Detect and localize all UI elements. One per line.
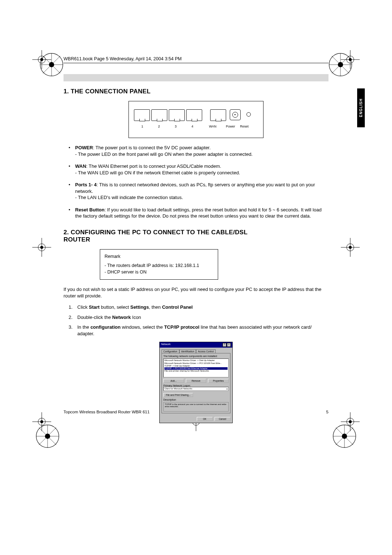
list-item: Ports 1- 4: This is to connect networked… (69, 182, 328, 201)
power-label: Power (223, 125, 238, 128)
lan-port-4-icon (186, 109, 202, 121)
crop-rosette-icon (34, 423, 61, 449)
list-item-selected[interactable]: TCP/IP -> PCI 10/100 Fast Ethernet Adapt… (164, 367, 228, 370)
list-item[interactable]: Microsoft Network Monitor Driver -> PCI … (164, 362, 228, 365)
list-item: POWER: The power port is to connect the … (69, 145, 328, 157)
port-label: 3 (167, 125, 184, 128)
footer-product: Topcom Wireless Broadband Router WBR 611 (64, 410, 150, 414)
remark-box: Remark - The routers default IP address … (100, 249, 218, 280)
steps-list: Click Start button, select Settings, the… (69, 304, 328, 337)
list-item[interactable]: File and printer sharing for Microsoft N… (164, 370, 228, 372)
dialog-titlebar: Network ? × (160, 342, 232, 348)
language-tab: ENGLISH (357, 88, 365, 127)
port-label: 1 (134, 125, 151, 128)
crop-rosette-icon (331, 423, 358, 449)
port-label: 4 (184, 125, 201, 128)
crop-rosette-icon (327, 52, 354, 78)
step-item: In the configuration windows, select the… (69, 324, 328, 337)
grey-header-bar (64, 74, 328, 81)
dialog-title: Network (161, 343, 171, 347)
lan-port-3-icon (169, 109, 185, 121)
list-item: WAN: The WAN Ethernet port is to connect… (69, 163, 328, 176)
svg-point-45 (45, 434, 50, 439)
add-button[interactable]: Add... (163, 379, 184, 383)
remark-line: - DHCP server is ON (105, 269, 213, 276)
section-2-title: 2. CONFIGURING THE PC TO CONNECT TO THE … (64, 229, 252, 243)
file-print-sharing-button[interactable]: File and Print Sharing... (163, 393, 193, 397)
svg-point-25 (349, 246, 352, 249)
svg-point-21 (40, 246, 43, 249)
svg-point-11 (338, 62, 343, 67)
crop-rosette-icon (38, 52, 65, 78)
lan-port-2-icon (151, 109, 167, 121)
connection-panel-diagram: 1 2 3 4 WAN Power Reset (128, 101, 264, 138)
list-item[interactable]: TCP/IP -> Dial-Up Adapter (164, 365, 228, 367)
body-paragraph: If you do not wish to set a static IP ad… (64, 286, 328, 299)
print-header: WBR611.book Page 5 Wednesday, April 14, … (64, 56, 328, 63)
chevron-down-icon: ▾ (226, 388, 228, 390)
svg-point-29 (40, 420, 43, 423)
svg-point-20 (38, 244, 45, 251)
ok-button[interactable]: OK (197, 417, 213, 421)
primary-logon-combo[interactable]: Client for Microsoft Networks▾ (163, 387, 229, 391)
help-icon[interactable]: ? (222, 343, 226, 347)
wan-port-icon (210, 109, 226, 121)
logon-label: Primary Network Logon: (163, 384, 229, 387)
page-footer: Topcom Wireless Broadband Router WBR 611… (64, 410, 328, 414)
list-item: Reset Button: If you would like to load … (69, 207, 328, 219)
remove-button[interactable]: Remove (186, 379, 207, 383)
remark-title: Remark (105, 253, 213, 260)
svg-point-24 (347, 244, 354, 251)
description-label: Description (163, 398, 229, 401)
port-label: 2 (151, 125, 167, 128)
tab-access-control[interactable]: Access Control (196, 349, 216, 353)
wan-label: WAN (202, 125, 223, 128)
document-page: WBR611.book Page 5 Wednesday, April 14, … (64, 56, 328, 423)
close-icon[interactable]: × (227, 343, 231, 347)
remark-line: - The routers default IP address is: 192… (105, 262, 213, 269)
power-jack-icon (230, 109, 241, 120)
list-item[interactable]: Microsoft Network Monitor Driver -> Dial… (164, 359, 228, 362)
footer-page-number: 5 (326, 410, 328, 414)
svg-point-37 (349, 420, 352, 423)
reset-label: Reset (238, 125, 251, 128)
components-listbox[interactable]: Microsoft Network Monitor Driver -> Dial… (163, 358, 229, 377)
section-1-title: 1. THE CONNECTION PANEL (64, 88, 328, 95)
crop-mark-icon (341, 238, 360, 257)
crop-mark-icon (32, 238, 51, 257)
tab-configuration[interactable]: Configuration (162, 349, 179, 353)
cancel-button[interactable]: Cancel (215, 417, 230, 421)
svg-point-51 (342, 434, 347, 439)
properties-button[interactable]: Properties (208, 379, 229, 383)
lan-port-1-icon (134, 109, 150, 121)
svg-point-5 (49, 62, 54, 67)
tab-identification[interactable]: Identification (179, 349, 196, 353)
step-item: Double-click the Network Icon (69, 314, 328, 321)
step-item: Click Start button, select Settings, the… (69, 304, 328, 311)
panel-description-list: POWER: The power port is to connect the … (69, 145, 328, 219)
list-label: The following network components are ins… (163, 355, 229, 357)
reset-hole-icon (246, 112, 251, 117)
